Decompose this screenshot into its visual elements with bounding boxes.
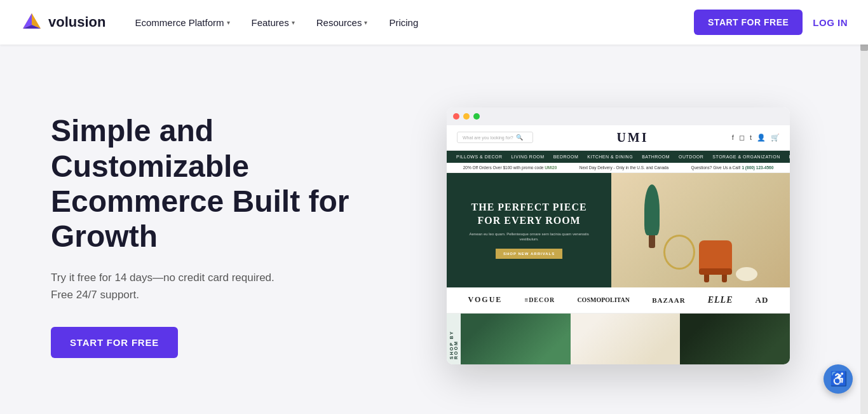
- nav-features[interactable]: Features ▾: [243, 12, 304, 33]
- store-shop-arrivals-button[interactable]: SHOP NEW ARRIVALS: [496, 249, 562, 259]
- store-header: What are you looking for? 🔍 UMI f ◻ t 👤 …: [447, 125, 790, 151]
- cart-icon: 🛒: [771, 134, 780, 142]
- browser-maximize-dot: [473, 113, 480, 120]
- elle-logo: ELLE: [708, 295, 733, 305]
- store-hero-text-area: THE PERFECT PIECE FOR EVERY ROOM Aenean …: [447, 173, 611, 287]
- chevron-down-icon: ▾: [227, 19, 230, 26]
- store-hero-banner: THE PERFECT PIECE FOR EVERY ROOM Aenean …: [447, 173, 790, 287]
- store-navigation: PILLOWS & DECOR LIVING ROOM BEDROOM KITC…: [447, 151, 790, 163]
- store-social-icons: f ◻ t 👤 🛒: [732, 134, 780, 142]
- nav-resources[interactable]: Resources ▾: [308, 12, 377, 33]
- vogue-logo: VOGUE: [468, 295, 503, 305]
- ad-logo: AD: [756, 295, 769, 305]
- accessibility-icon: ♿: [830, 371, 847, 387]
- room-image-3: [680, 314, 790, 364]
- logo-text: volusion: [48, 14, 105, 31]
- store-nav-bathroom: BATHROOM: [637, 151, 674, 163]
- twitter-icon: t: [750, 134, 752, 142]
- hero-start-button[interactable]: START FOR FREE: [51, 327, 178, 358]
- login-button[interactable]: LOG IN: [813, 17, 848, 28]
- shop-by-room-label: SHOP BY ROOM: [447, 314, 461, 364]
- navigation: volusion Ecommerce Platform ▾ Features ▾…: [0, 0, 868, 45]
- store-search-placeholder: What are you looking for?: [463, 135, 513, 140]
- store-nav-rugs: RUGS: [785, 151, 790, 163]
- bazaar-logo: BAZAAR: [652, 296, 685, 304]
- store-hero-subtitle: Aenean eu leo quam. Pellentesque ornare …: [459, 231, 599, 242]
- room-image-1: [461, 314, 571, 364]
- store-nav-pillows: PILLOWS & DECOR: [452, 151, 506, 163]
- browser-chrome: [447, 107, 790, 125]
- volusion-logo-icon: [20, 11, 43, 34]
- store-hero-title: THE PERFECT PIECE FOR EVERY ROOM: [459, 201, 599, 228]
- chair-decoration: [699, 240, 732, 282]
- store-promo-bar: 20% Off Orders Over $100 with promo code…: [447, 163, 790, 173]
- nav-pricing[interactable]: Pricing: [380, 12, 427, 33]
- hero-title: Simple and Customizable Ecommerce Built …: [51, 113, 381, 254]
- hero-subtitle: Try it free for 14 days—no credit card r…: [51, 269, 292, 303]
- nav-links: Ecommerce Platform ▾ Features ▾ Resource…: [126, 12, 694, 33]
- store-demo-browser: What are you looking for? 🔍 UMI f ◻ t 👤 …: [447, 107, 790, 364]
- store-nav-kitchen: KITCHEN & DINING: [583, 151, 637, 163]
- room-image-2: [571, 314, 681, 364]
- hero-image-area: What are you looking for? 🔍 UMI f ◻ t 👤 …: [407, 107, 830, 364]
- scrollbar-track[interactable]: [860, 0, 868, 414]
- nav-actions: START FOR FREE LOG IN: [694, 10, 848, 35]
- store-promo-discount: 20% Off Orders Over $100 with promo code…: [463, 165, 557, 170]
- store-nav-living: LIVING ROOM: [506, 151, 548, 163]
- store-logo: UMI: [616, 130, 648, 145]
- store-hero-image: [611, 173, 790, 287]
- hero-section: Simple and Customizable Ecommerce Built …: [0, 45, 868, 414]
- chevron-down-icon: ▾: [364, 19, 367, 26]
- plant-decoration: [644, 178, 660, 282]
- search-icon: 🔍: [516, 134, 523, 141]
- nav-ecommerce-platform[interactable]: Ecommerce Platform ▾: [126, 12, 238, 33]
- hero-content: Simple and Customizable Ecommerce Built …: [51, 113, 381, 357]
- decor-logo: ≡DECOR: [524, 296, 555, 303]
- store-nav-storage: STORAGE & ORGANIZATION: [708, 151, 784, 163]
- store-promo-phone: Questions? Give Us a Call! 1 (800) 123-4…: [691, 165, 774, 170]
- logo-link[interactable]: volusion: [20, 11, 105, 34]
- cosmopolitan-logo: COSMOPOLITAN: [577, 296, 630, 303]
- start-for-free-button[interactable]: START FOR FREE: [694, 10, 803, 35]
- store-promo-delivery: Next Day Delivery - Only in the U.S. and…: [580, 165, 669, 170]
- shop-by-room: SHOP BY ROOM: [447, 314, 790, 364]
- accessibility-button[interactable]: ♿: [824, 364, 853, 394]
- instagram-icon: ◻: [739, 134, 745, 142]
- pouf-decoration: [736, 267, 757, 281]
- mirror-decoration: [663, 235, 695, 270]
- press-logos-row: VOGUE ≡DECOR COSMOPOLITAN BAZAAR ELLE AD: [447, 287, 790, 314]
- store-search-bar: What are you looking for? 🔍: [457, 132, 533, 143]
- account-icon: 👤: [757, 134, 766, 142]
- store-nav-outdoor: OUTDOOR: [674, 151, 708, 163]
- store-nav-bedroom: BEDROOM: [549, 151, 583, 163]
- browser-minimize-dot: [463, 113, 470, 120]
- facebook-icon: f: [732, 134, 734, 142]
- browser-close-dot: [453, 113, 459, 120]
- chevron-down-icon: ▾: [292, 19, 295, 26]
